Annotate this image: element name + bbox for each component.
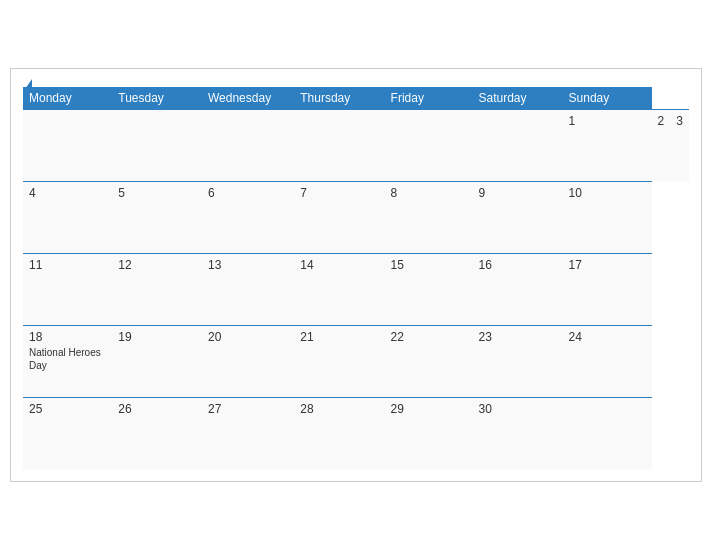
day-cell-29: 29 bbox=[385, 397, 473, 469]
day-number: 28 bbox=[300, 402, 378, 416]
day-cell-12: 12 bbox=[112, 253, 202, 325]
day-number: 2 bbox=[658, 114, 665, 128]
week-row-2: 45678910 bbox=[23, 181, 689, 253]
day-number: 24 bbox=[569, 330, 646, 344]
day-number: 15 bbox=[391, 258, 467, 272]
day-cell-empty bbox=[563, 397, 652, 469]
day-cell-1: 1 bbox=[563, 109, 652, 181]
day-number: 10 bbox=[569, 186, 646, 200]
day-cell-4: 4 bbox=[23, 181, 112, 253]
day-number: 14 bbox=[300, 258, 378, 272]
day-number: 1 bbox=[569, 114, 646, 128]
day-cell-10: 10 bbox=[563, 181, 652, 253]
day-cell-17: 17 bbox=[563, 253, 652, 325]
weekday-header-saturday: Saturday bbox=[473, 87, 563, 110]
weekday-header-thursday: Thursday bbox=[294, 87, 384, 110]
day-number: 11 bbox=[29, 258, 106, 272]
day-number: 19 bbox=[118, 330, 196, 344]
day-number: 16 bbox=[479, 258, 557, 272]
day-number: 23 bbox=[479, 330, 557, 344]
day-number: 30 bbox=[479, 402, 557, 416]
empty-cell bbox=[23, 109, 112, 181]
day-number: 12 bbox=[118, 258, 196, 272]
weekday-header-wednesday: Wednesday bbox=[202, 87, 294, 110]
day-cell-23: 23 bbox=[473, 325, 563, 397]
day-number: 3 bbox=[676, 114, 683, 128]
empty-cell bbox=[202, 109, 294, 181]
day-event: National Heroes Day bbox=[29, 346, 106, 372]
day-cell-14: 14 bbox=[294, 253, 384, 325]
day-number: 27 bbox=[208, 402, 288, 416]
logo bbox=[23, 79, 32, 89]
day-number: 13 bbox=[208, 258, 288, 272]
day-number: 25 bbox=[29, 402, 106, 416]
weekday-header-tuesday: Tuesday bbox=[112, 87, 202, 110]
day-number: 8 bbox=[391, 186, 467, 200]
day-cell-6: 6 bbox=[202, 181, 294, 253]
day-number: 9 bbox=[479, 186, 557, 200]
week-row-3: 11121314151617 bbox=[23, 253, 689, 325]
day-number: 22 bbox=[391, 330, 467, 344]
week-row-5: 252627282930 bbox=[23, 397, 689, 469]
day-cell-26: 26 bbox=[112, 397, 202, 469]
logo-triangle-icon bbox=[25, 79, 32, 89]
day-cell-empty bbox=[294, 109, 384, 181]
weekday-header-friday: Friday bbox=[385, 87, 473, 110]
empty-cell bbox=[112, 109, 202, 181]
day-cell-5: 5 bbox=[112, 181, 202, 253]
day-cell-9: 9 bbox=[473, 181, 563, 253]
day-cell-18: 18National Heroes Day bbox=[23, 325, 112, 397]
day-cell-30: 30 bbox=[473, 397, 563, 469]
day-cell-empty bbox=[473, 109, 563, 181]
day-number: 5 bbox=[118, 186, 196, 200]
day-cell-2: 2 bbox=[652, 109, 671, 181]
day-cell-11: 11 bbox=[23, 253, 112, 325]
weekday-header-row: MondayTuesdayWednesdayThursdayFridaySatu… bbox=[23, 87, 689, 110]
week-row-1: 123 bbox=[23, 109, 689, 181]
day-number: 20 bbox=[208, 330, 288, 344]
day-cell-28: 28 bbox=[294, 397, 384, 469]
day-cell-27: 27 bbox=[202, 397, 294, 469]
day-number: 21 bbox=[300, 330, 378, 344]
day-number: 6 bbox=[208, 186, 288, 200]
day-cell-21: 21 bbox=[294, 325, 384, 397]
day-cell-8: 8 bbox=[385, 181, 473, 253]
day-cell-13: 13 bbox=[202, 253, 294, 325]
day-number: 4 bbox=[29, 186, 106, 200]
day-number: 29 bbox=[391, 402, 467, 416]
day-cell-16: 16 bbox=[473, 253, 563, 325]
day-cell-20: 20 bbox=[202, 325, 294, 397]
weekday-header-sunday: Sunday bbox=[563, 87, 652, 110]
day-cell-15: 15 bbox=[385, 253, 473, 325]
day-cell-24: 24 bbox=[563, 325, 652, 397]
day-cell-3: 3 bbox=[670, 109, 689, 181]
day-cell-empty bbox=[385, 109, 473, 181]
day-cell-19: 19 bbox=[112, 325, 202, 397]
week-row-4: 18National Heroes Day192021222324 bbox=[23, 325, 689, 397]
day-number: 7 bbox=[300, 186, 378, 200]
day-cell-7: 7 bbox=[294, 181, 384, 253]
weekday-header-monday: Monday bbox=[23, 87, 112, 110]
day-number: 18 bbox=[29, 330, 106, 344]
day-cell-25: 25 bbox=[23, 397, 112, 469]
day-number: 26 bbox=[118, 402, 196, 416]
calendar-grid: MondayTuesdayWednesdayThursdayFridaySatu… bbox=[23, 87, 689, 470]
day-number: 17 bbox=[569, 258, 646, 272]
calendar-container: MondayTuesdayWednesdayThursdayFridaySatu… bbox=[10, 68, 702, 483]
day-cell-22: 22 bbox=[385, 325, 473, 397]
